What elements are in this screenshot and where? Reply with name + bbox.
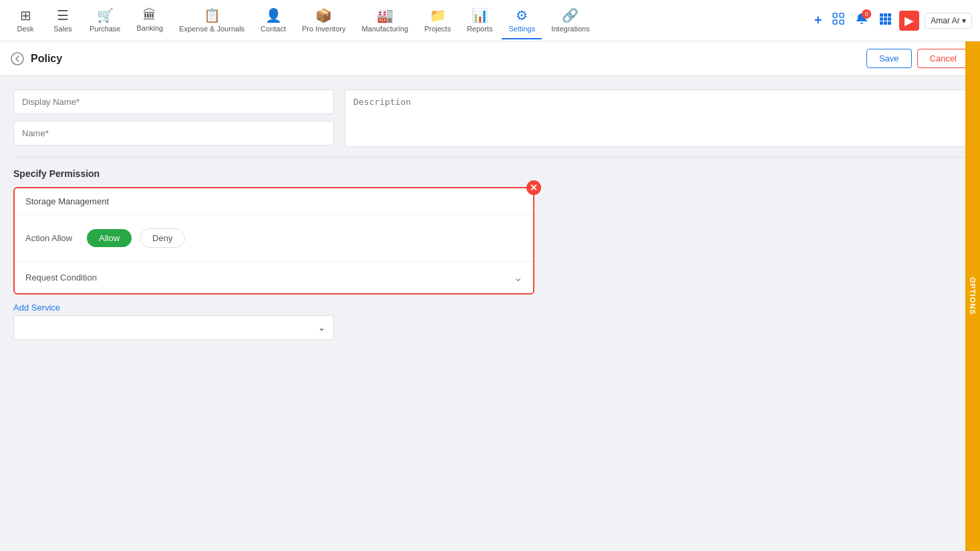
- svg-point-13: [11, 53, 23, 65]
- svg-rect-4: [880, 13, 883, 17]
- cancel-button[interactable]: Cancel: [917, 49, 969, 68]
- page-title: Policy: [31, 53, 866, 65]
- user-chevron-icon: ▾: [962, 16, 966, 25]
- nav-item-label-settings: Settings: [508, 25, 535, 33]
- request-condition-chevron-icon[interactable]: ⌄: [514, 271, 522, 284]
- form-left-fields: [13, 89, 334, 149]
- back-button[interactable]: [11, 52, 24, 65]
- settings-icon: ⚙: [516, 7, 528, 23]
- action-allow-row: Action Allow Allow Deny: [25, 223, 522, 253]
- nav-items-list: ⊞ Desk ☰ Sales 🛒 Purchase 🏛 Banking 📋 Ex…: [8, 2, 812, 39]
- svg-rect-2: [833, 20, 837, 24]
- manufacturing-icon: 🏭: [377, 7, 393, 23]
- notification-badge: 0: [862, 9, 871, 19]
- header-actions: Save Cancel: [866, 49, 969, 68]
- form-top-row: [13, 89, 967, 149]
- nav-item-label-proinventory: Pro Inventory: [302, 25, 345, 33]
- svg-rect-0: [833, 13, 837, 17]
- nav-item-proinventory[interactable]: 📦 Pro Inventory: [295, 2, 352, 39]
- user-label: Amar Ar: [931, 16, 959, 25]
- name-input[interactable]: [13, 121, 334, 146]
- nav-item-settings[interactable]: ⚙ Settings: [502, 2, 542, 39]
- banking-icon: 🏛: [143, 7, 156, 23]
- nav-item-label-integrations: Integrations: [551, 25, 589, 33]
- form-right-fields: [345, 89, 967, 149]
- save-button[interactable]: Save: [866, 49, 912, 68]
- nav-item-projects[interactable]: 📁 Projects: [418, 2, 458, 39]
- nav-item-label-manufacturing: Manufacturing: [361, 25, 408, 33]
- svg-rect-8: [884, 17, 887, 21]
- nav-item-expense[interactable]: 📋 Expense & Journals: [172, 2, 251, 39]
- allow-button[interactable]: Allow: [87, 229, 132, 247]
- apps-button[interactable]: [876, 10, 894, 31]
- specify-permission-section: Specify Permission ✕ Storage Management …: [13, 168, 967, 340]
- nav-right-actions: + 0: [812, 9, 972, 31]
- grid-icon: [832, 13, 844, 25]
- desk-icon: ⊞: [20, 7, 31, 23]
- nav-item-label-reports: Reports: [467, 25, 493, 33]
- svg-rect-7: [880, 17, 883, 21]
- nav-item-sales[interactable]: ☰ Sales: [45, 2, 80, 39]
- svg-rect-3: [840, 20, 844, 24]
- nav-item-label-desk: Desk: [17, 25, 33, 33]
- card-delete-button[interactable]: ✕: [526, 180, 541, 195]
- request-condition-label: Request Condition: [25, 272, 97, 283]
- svg-rect-10: [880, 21, 883, 25]
- grid-view-button[interactable]: [830, 10, 847, 31]
- contact-icon: 👤: [265, 7, 282, 23]
- nav-item-purchase[interactable]: 🛒 Purchase: [83, 2, 127, 39]
- nav-item-desk[interactable]: ⊞ Desk: [8, 2, 43, 39]
- youtube-button[interactable]: ▶: [899, 11, 919, 31]
- nav-item-label-contact: Contact: [261, 25, 286, 33]
- add-button[interactable]: +: [812, 10, 825, 31]
- page-header: Policy Save Cancel: [0, 41, 980, 76]
- reports-icon: 📊: [472, 7, 488, 23]
- user-menu-button[interactable]: Amar Ar ▾: [925, 13, 972, 29]
- specify-permission-title: Specify Permission: [13, 168, 967, 179]
- svg-rect-6: [888, 13, 891, 17]
- svg-rect-11: [884, 21, 887, 25]
- nav-item-integrations[interactable]: 🔗 Integrations: [544, 2, 596, 39]
- add-service-row: Add Service ⌄: [13, 303, 334, 340]
- action-allow-label: Action Allow: [25, 233, 79, 243]
- integrations-icon: 🔗: [562, 7, 579, 23]
- sales-icon: ☰: [57, 7, 69, 23]
- description-textarea[interactable]: [345, 89, 967, 147]
- nav-item-label-projects: Projects: [424, 25, 451, 33]
- svg-rect-12: [888, 21, 891, 25]
- nav-item-label-sales: Sales: [53, 25, 72, 33]
- options-sidebar[interactable]: OPTIONS: [965, 41, 980, 353]
- top-navigation: ⊞ Desk ☰ Sales 🛒 Purchase 🏛 Banking 📋 Ex…: [0, 0, 980, 41]
- add-service-dropdown[interactable]: ⌄: [13, 315, 334, 340]
- apps-icon: [879, 13, 891, 25]
- expense-icon: 📋: [204, 7, 220, 23]
- nav-item-manufacturing[interactable]: 🏭 Manufacturing: [355, 2, 415, 39]
- nav-item-banking[interactable]: 🏛 Banking: [130, 2, 170, 39]
- notification-button[interactable]: 0: [852, 9, 871, 31]
- svg-rect-1: [840, 13, 844, 17]
- svg-rect-9: [888, 17, 891, 21]
- nav-item-label-expense: Expense & Journals: [179, 25, 244, 33]
- add-service-chevron-icon: ⌄: [318, 323, 325, 333]
- back-icon: [11, 52, 24, 65]
- nav-item-reports[interactable]: 📊 Reports: [460, 2, 500, 39]
- display-name-input[interactable]: [13, 89, 334, 114]
- svg-rect-5: [884, 13, 887, 17]
- card-body: Action Allow Allow Deny: [15, 215, 533, 261]
- options-label: OPTIONS: [969, 277, 977, 315]
- nav-item-contact[interactable]: 👤 Contact: [254, 2, 293, 39]
- request-condition-row: Request Condition ⌄: [15, 262, 533, 293]
- permission-card: ✕ Storage Management Action Allow Allow …: [13, 187, 534, 295]
- deny-button[interactable]: Deny: [140, 228, 185, 248]
- purchase-icon: 🛒: [97, 7, 114, 23]
- card-service-name: Storage Management: [15, 188, 533, 215]
- proinventory-icon: 📦: [315, 7, 332, 23]
- add-service-label[interactable]: Add Service: [13, 303, 334, 313]
- form-divider: [13, 157, 967, 158]
- main-form: Specify Permission ✕ Storage Management …: [0, 76, 980, 353]
- projects-icon: 📁: [430, 7, 446, 23]
- nav-item-label-purchase: Purchase: [90, 25, 120, 33]
- nav-item-label-banking: Banking: [136, 24, 163, 32]
